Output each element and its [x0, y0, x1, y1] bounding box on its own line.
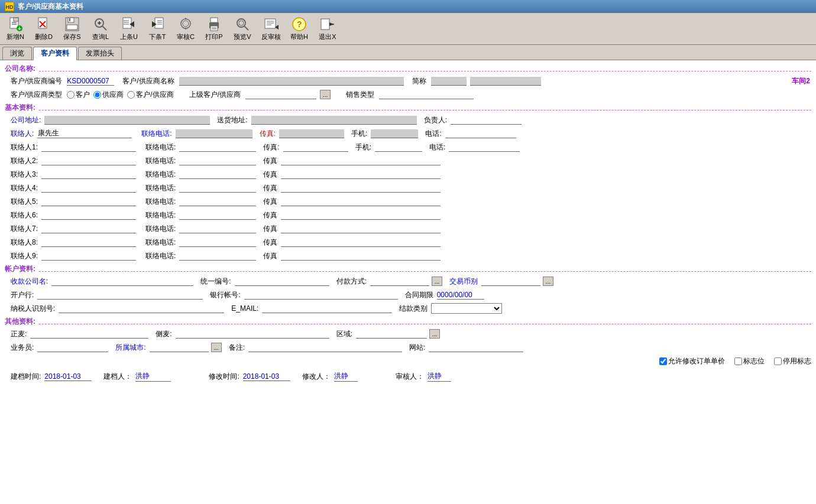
- contact-8-phone[interactable]: [179, 238, 256, 247]
- payment-method-browse-btn[interactable]: ...: [432, 277, 442, 286]
- review-button[interactable]: 审核C: [173, 14, 199, 43]
- contact-5-fax-label: 传真: [263, 197, 277, 207]
- contact-7-fax[interactable]: [281, 225, 441, 233]
- contact-4-fax[interactable]: [281, 184, 441, 193]
- parent-input[interactable]: [245, 90, 316, 99]
- short-name-input2[interactable]: [470, 77, 541, 86]
- contact-8-name[interactable]: [41, 238, 136, 247]
- settlement-type-select[interactable]: [431, 303, 502, 314]
- new-button[interactable]: + 新增N: [2, 14, 28, 43]
- next-button[interactable]: 下条T: [144, 14, 170, 43]
- wheat-input[interactable]: [30, 330, 148, 339]
- svg-rect-22: [155, 18, 163, 28]
- delete-button[interactable]: 删除D: [31, 14, 57, 43]
- collection-company-input[interactable]: [51, 277, 193, 286]
- contact-1-mobile[interactable]: [375, 143, 422, 152]
- help-button[interactable]: ? 帮助H: [286, 14, 312, 43]
- salesperson-input[interactable]: [37, 343, 108, 352]
- region-browse-btn[interactable]: ...: [429, 329, 440, 339]
- svg-point-27: [181, 19, 190, 28]
- contact-1-phone[interactable]: [179, 143, 256, 152]
- tab-customer-info[interactable]: 客户资料: [33, 47, 77, 60]
- website-label: 网站:: [409, 343, 425, 353]
- svg-rect-11: [67, 25, 77, 30]
- tax-id-label: 纳税人识别号:: [11, 304, 55, 314]
- flag-checkbox[interactable]: 标志位: [734, 356, 765, 366]
- website-input[interactable]: [429, 343, 523, 352]
- contact-6-fax[interactable]: [281, 211, 441, 220]
- exit-button[interactable]: 退出X: [315, 14, 341, 43]
- save-button[interactable]: 保存S: [59, 14, 85, 43]
- sales-type-input[interactable]: [379, 90, 474, 99]
- contact-9-row: 联络人9: 联络电话: 传真: [5, 250, 811, 262]
- contact-5-fax[interactable]: [281, 197, 441, 206]
- contact-5-phone[interactable]: [179, 197, 256, 206]
- region-input[interactable]: [356, 330, 427, 339]
- radio-customer[interactable]: 客户: [67, 90, 90, 100]
- contact-9-fax[interactable]: [281, 252, 441, 261]
- tax-id-input[interactable]: [59, 304, 224, 313]
- new-icon: +: [7, 16, 24, 32]
- currency-browse-btn[interactable]: ...: [543, 277, 553, 286]
- radio-supplier[interactable]: 供应商: [93, 90, 124, 100]
- contact-3-name[interactable]: [41, 170, 136, 179]
- payment-method-input[interactable]: [370, 277, 429, 286]
- tab-invoice-header[interactable]: 发票抬头: [78, 47, 122, 60]
- contact-input[interactable]: [37, 129, 132, 138]
- company-address-input[interactable]: [44, 116, 210, 125]
- contact-2-label: 联络人2:: [11, 156, 38, 166]
- remark-input[interactable]: [248, 343, 402, 352]
- contact-1-name[interactable]: [41, 143, 136, 152]
- prev-button[interactable]: 上条U: [116, 14, 142, 43]
- contact-1-tel[interactable]: [449, 143, 520, 152]
- disable-checkbox[interactable]: 停用标志: [774, 356, 811, 366]
- print-button[interactable]: 打印P: [201, 14, 227, 43]
- contact-9-phone[interactable]: [179, 252, 256, 261]
- contact-2-fax[interactable]: [281, 157, 441, 165]
- radio-both[interactable]: 客户/供应商: [127, 90, 173, 100]
- customer-name-input[interactable]: [179, 77, 404, 86]
- fax-input[interactable]: [279, 129, 344, 138]
- contact-2-phone[interactable]: [179, 157, 256, 165]
- contact-2-name[interactable]: [41, 157, 136, 165]
- city-browse-btn[interactable]: ...: [211, 343, 222, 352]
- email-input[interactable]: [262, 304, 392, 313]
- svg-text:?: ?: [297, 19, 302, 29]
- query-button[interactable]: 查询L: [88, 14, 114, 43]
- short-name-label: 简称: [412, 76, 426, 86]
- allow-modify-checkbox[interactable]: 允许修改订单单价: [659, 356, 725, 366]
- bank-account-input[interactable]: [244, 291, 398, 300]
- currency-label: 交易币别: [449, 277, 478, 287]
- phone-input[interactable]: [445, 129, 516, 138]
- currency-input[interactable]: [481, 277, 540, 286]
- mobile-input[interactable]: [371, 129, 418, 138]
- side-wheat-input[interactable]: [176, 330, 329, 339]
- contact-6-phone[interactable]: [179, 211, 256, 220]
- contact-4-name[interactable]: [41, 184, 136, 193]
- contact-4-label: 联络人4:: [11, 183, 38, 193]
- short-name-input[interactable]: [431, 77, 467, 86]
- person-in-charge-label: 负责人:: [424, 115, 447, 125]
- delivery-address-input[interactable]: [251, 116, 417, 125]
- contact-1-fax[interactable]: [283, 143, 348, 152]
- contact-3-phone[interactable]: [179, 170, 256, 179]
- contact-6-name[interactable]: [41, 211, 136, 220]
- tab-browse[interactable]: 浏览: [2, 47, 32, 60]
- person-in-charge-input[interactable]: [451, 116, 522, 125]
- contact-3-fax[interactable]: [281, 170, 441, 179]
- contact-phone-input[interactable]: [176, 129, 252, 138]
- contact-7-name[interactable]: [41, 225, 136, 233]
- contact-9-name[interactable]: [41, 252, 136, 261]
- contact-4-phone[interactable]: [179, 184, 256, 193]
- city-input[interactable]: [150, 343, 209, 352]
- company-name-section: 公司名称: 客户/供应商编号 KSD0000507 客户/供应商名称 简称 车间…: [5, 64, 811, 100]
- parent-browse-btn[interactable]: ...: [320, 90, 331, 99]
- contact-5-name[interactable]: [41, 197, 136, 206]
- collection-company-label: 收款公司名:: [11, 277, 48, 287]
- unreview-button[interactable]: 反审核: [258, 14, 284, 43]
- preview-button[interactable]: 预览V: [229, 14, 255, 43]
- contact-7-phone[interactable]: [179, 225, 256, 233]
- unified-no-input[interactable]: [235, 277, 329, 286]
- contact-8-fax[interactable]: [281, 238, 441, 247]
- bank-input[interactable]: [37, 291, 203, 300]
